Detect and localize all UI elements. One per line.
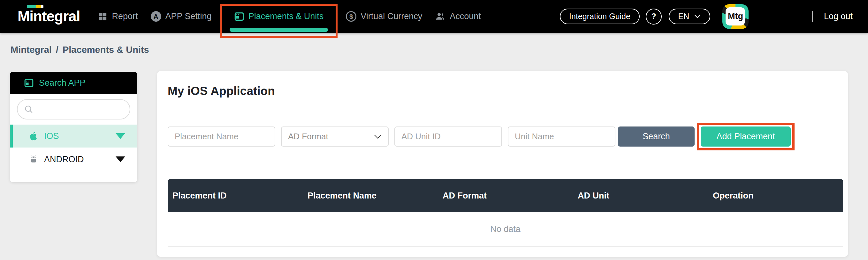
main-nav: Report A APP Setting Placements & Units … <box>98 0 480 33</box>
breadcrumb-current: Placements & Units <box>63 45 149 55</box>
empty-state-text: No data <box>490 224 521 234</box>
column-header-placement-id: Placement ID <box>168 179 303 212</box>
top-bar-right: Integration Guide ? EN Mtg Log out <box>560 4 853 29</box>
active-tab-underline <box>229 28 328 32</box>
add-placement-button[interactable]: Add Placement <box>701 126 791 147</box>
main-panel: My iOS Application AD Format Search Add … <box>157 71 848 257</box>
annotation-box-add-placement: Add Placement <box>697 123 795 150</box>
sidebar-header-label: Search APP <box>39 78 86 88</box>
android-icon <box>28 154 39 165</box>
search-app-window-icon <box>24 78 34 88</box>
column-header-ad-format: AD Format <box>438 179 573 212</box>
placements-table: Placement ID Placement Name AD Format AD… <box>168 179 843 247</box>
top-bar: Mintegral Report A APP Setting <box>0 0 868 33</box>
nav-item-placements-units[interactable]: Placements & Units <box>224 0 333 33</box>
virtual-currency-icon: $ <box>346 11 356 22</box>
filter-row: AD Format Search Add Placement <box>168 123 848 150</box>
table-header: Placement ID Placement Name AD Format AD… <box>168 179 843 212</box>
app-setting-icon: A <box>151 11 161 22</box>
nav-label: Account <box>450 11 481 21</box>
app-search-input[interactable] <box>17 99 130 119</box>
nav-label: APP Setting <box>165 11 212 21</box>
column-header-operation: Operation <box>708 179 843 212</box>
integration-guide-button[interactable]: Integration Guide <box>560 9 640 24</box>
caret-down-icon <box>116 156 125 162</box>
mtg-avatar[interactable]: Mtg <box>722 4 749 29</box>
mintegral-dashboard: Mintegral Report A APP Setting <box>0 0 868 260</box>
app-search <box>17 99 130 119</box>
logo-text: Mintegral <box>18 8 80 25</box>
language-value: EN <box>678 12 689 21</box>
nav-label: Report <box>112 11 137 21</box>
logout-button[interactable]: Log out <box>824 11 853 21</box>
ad-format-select[interactable]: AD Format <box>281 126 389 147</box>
sidebar-item-ios[interactable]: IOS <box>10 124 137 148</box>
placements-window-icon <box>234 11 244 22</box>
platform-label: ANDROID <box>44 154 84 164</box>
divider <box>812 11 813 22</box>
sidebar-header: Search APP <box>10 72 137 94</box>
nav-label: Placements & Units <box>248 11 324 21</box>
sidebar-item-android[interactable]: ANDROID <box>10 148 137 171</box>
logo-accent-bar <box>27 5 43 8</box>
account-person-icon <box>435 11 445 22</box>
nav-item-app-setting[interactable]: A APP Setting <box>151 0 212 33</box>
unit-name-input[interactable] <box>508 126 615 147</box>
placement-name-input[interactable] <box>168 126 275 147</box>
table-body: No data <box>168 212 843 247</box>
caret-down-icon <box>116 133 125 139</box>
column-header-ad-unit: AD Unit <box>573 179 708 212</box>
chevron-down-icon <box>374 135 382 139</box>
breadcrumb: Mintegral / Placements & Units <box>10 45 149 55</box>
chevron-down-icon <box>694 14 701 18</box>
nav-item-account[interactable]: Account <box>435 0 481 33</box>
app-sidebar: Search APP IOS ANDROID <box>10 72 137 182</box>
nav-label: Virtual Currency <box>361 11 422 21</box>
help-icon[interactable]: ? <box>646 9 662 25</box>
avatar-text: Mtg <box>725 7 745 26</box>
report-grid-icon <box>98 11 107 21</box>
search-button[interactable]: Search <box>618 126 694 147</box>
mintegral-logo[interactable]: Mintegral <box>18 0 80 33</box>
breadcrumb-root[interactable]: Mintegral <box>10 45 52 55</box>
platform-label: IOS <box>44 131 59 141</box>
language-selector[interactable]: EN <box>669 9 710 24</box>
page-title: My iOS Application <box>168 84 848 98</box>
search-icon <box>24 105 34 114</box>
ad-unit-id-input[interactable] <box>394 126 502 147</box>
nav-item-report[interactable]: Report <box>98 0 137 33</box>
apple-icon <box>28 131 39 142</box>
ad-format-value: AD Format <box>288 132 328 142</box>
nav-item-virtual-currency[interactable]: $ Virtual Currency <box>346 0 422 33</box>
column-header-placement-name: Placement Name <box>303 179 438 212</box>
breadcrumb-separator: / <box>56 45 58 55</box>
